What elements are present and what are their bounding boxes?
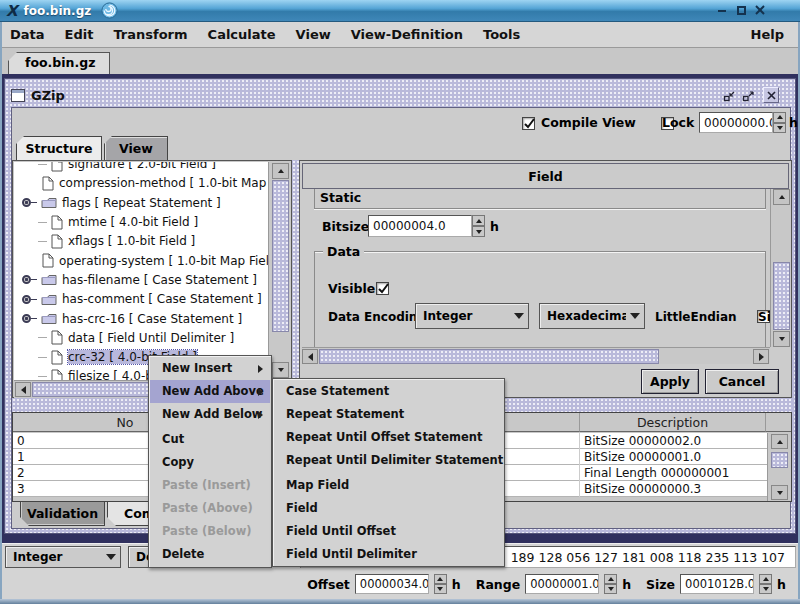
bitsize-unit: h bbox=[490, 219, 499, 234]
field-vertical-scrollbar[interactable] bbox=[770, 189, 791, 347]
scroll-down-icon[interactable] bbox=[771, 485, 788, 500]
tab-structure[interactable]: Structure bbox=[16, 136, 102, 160]
menu-item-field[interactable]: Field bbox=[274, 497, 503, 520]
lock-unit: h bbox=[789, 115, 798, 130]
offset-spinner[interactable] bbox=[434, 574, 447, 594]
lock-spinner[interactable] bbox=[773, 112, 786, 133]
inspector-type-combobox[interactable]: Integer bbox=[5, 546, 121, 568]
tree-item-signature[interactable]: signature [ 2.0-bit Field ] bbox=[14, 162, 268, 174]
menu-item-new-add-above[interactable]: New Add Above bbox=[150, 380, 270, 403]
menu-item-repeat-statement[interactable]: Repeat Statement bbox=[274, 403, 503, 426]
tab-view[interactable]: View bbox=[104, 136, 168, 160]
menu-item-new-add-below[interactable]: New Add Below bbox=[150, 403, 270, 426]
compile-view-checkbox[interactable] bbox=[522, 117, 535, 130]
tree-item-has-comment[interactable]: has-comment [ Case Statement ] bbox=[14, 290, 268, 309]
field-horizontal-scrollbar[interactable] bbox=[302, 347, 770, 364]
apply-button[interactable]: Apply bbox=[641, 369, 699, 394]
menu-view[interactable]: View bbox=[286, 27, 341, 42]
encoding-base-combobox[interactable]: Hexadecimal bbox=[539, 303, 645, 329]
scroll-down-icon[interactable] bbox=[773, 331, 790, 347]
offset-field[interactable]: 00000034.0 bbox=[355, 574, 429, 594]
scrollbar-thumb[interactable] bbox=[771, 452, 788, 468]
tree-item-xflags[interactable]: xflags [ 1.0-bit Field ] bbox=[14, 232, 268, 251]
size-spinner[interactable] bbox=[759, 574, 772, 594]
tree-item-data[interactable]: data [ Field Until Delimiter ] bbox=[14, 328, 268, 347]
menu-transform[interactable]: Transform bbox=[103, 27, 197, 42]
menu-data[interactable]: Data bbox=[0, 27, 55, 42]
visible-checkbox[interactable] bbox=[376, 282, 389, 295]
scroll-up-icon[interactable] bbox=[272, 163, 289, 179]
menu-edit[interactable]: Edit bbox=[55, 27, 104, 42]
tree-expander-icon[interactable] bbox=[22, 314, 31, 323]
split-divider[interactable] bbox=[292, 160, 299, 398]
range-field[interactable]: 00000001.0 bbox=[525, 574, 599, 594]
range-spinner[interactable] bbox=[604, 574, 617, 594]
tree-item-has-crc-16[interactable]: has-crc-16 [ Case Statement ] bbox=[14, 309, 268, 328]
menu-view-definition[interactable]: View-Definition bbox=[341, 27, 473, 42]
bitsize-field[interactable]: 00000004.0 bbox=[368, 215, 472, 237]
menu-item-field-until-delimiter[interactable]: Field Until Delimiter bbox=[274, 543, 503, 566]
scroll-up-icon[interactable] bbox=[773, 189, 790, 205]
scroll-right-icon[interactable] bbox=[753, 349, 769, 364]
document-tab[interactable]: foo.bin.gz bbox=[8, 52, 110, 74]
tree-expander-icon[interactable] bbox=[22, 198, 31, 207]
menu-item-map-field[interactable]: Map Field bbox=[274, 474, 503, 497]
scrollbar-thumb[interactable] bbox=[773, 262, 790, 330]
tree-item-mtime[interactable]: mtime [ 4.0-bit Field ] bbox=[14, 212, 268, 231]
scroll-down-icon[interactable] bbox=[272, 362, 289, 378]
scrollbar-thumb[interactable] bbox=[319, 349, 659, 364]
lock-value-field[interactable]: 00000000.0 bbox=[699, 112, 773, 133]
close-icon[interactable] bbox=[752, 2, 768, 18]
file-icon bbox=[42, 253, 54, 268]
submenu-arrow-icon bbox=[258, 411, 263, 419]
menu-item-case-statement[interactable]: Case Statement bbox=[274, 380, 503, 403]
file-icon bbox=[51, 215, 63, 230]
file-icon bbox=[51, 369, 63, 380]
file-icon bbox=[42, 176, 54, 191]
tab-validation[interactable]: Validation bbox=[20, 502, 105, 526]
tree-expander-icon[interactable] bbox=[22, 295, 31, 304]
file-icon bbox=[51, 330, 63, 345]
table-vertical-scrollbar[interactable] bbox=[767, 433, 791, 501]
encoding-type-combobox[interactable]: Integer bbox=[415, 303, 529, 329]
field-editor-title: Field bbox=[302, 163, 789, 189]
scrollbar-thumb[interactable] bbox=[272, 180, 289, 332]
bitsize-spinner[interactable] bbox=[472, 215, 485, 237]
tree-item-operating-system[interactable]: operating-system [ 1.0-bit Map Field ] bbox=[14, 251, 268, 270]
tree-item-compression-method[interactable]: compression-method [ 1.0-bit Map Field ] bbox=[14, 174, 268, 193]
menu-tools[interactable]: Tools bbox=[473, 27, 530, 42]
gzip-iconify-icon[interactable] bbox=[721, 87, 737, 103]
structure-tree: signature [ 2.0-bit Field ] compression-… bbox=[14, 162, 268, 380]
maximize-icon[interactable] bbox=[733, 2, 749, 18]
tree-item-flags[interactable]: flags [ Repeat Statement ] bbox=[14, 193, 268, 212]
range-label: Range bbox=[476, 577, 520, 592]
menu-help[interactable]: Help bbox=[741, 27, 794, 42]
minimize-icon[interactable] bbox=[714, 2, 730, 18]
scroll-up-icon[interactable] bbox=[771, 434, 788, 449]
menu-item-cut[interactable]: Cut bbox=[150, 428, 270, 451]
tree-expander-icon[interactable] bbox=[22, 275, 31, 284]
scroll-left-icon[interactable] bbox=[302, 349, 318, 364]
context-menu: New Insert New Add Above New Add Below C… bbox=[148, 355, 272, 568]
menu-item-field-until-offset[interactable]: Field Until Offset bbox=[274, 520, 503, 543]
gzip-close-icon[interactable] bbox=[763, 87, 779, 103]
submenu-arrow-icon bbox=[258, 388, 263, 396]
tree-item-has-filename[interactable]: has-filename [ Case Statement ] bbox=[14, 270, 268, 289]
column-header-description[interactable]: Description bbox=[580, 413, 766, 432]
folder-icon bbox=[41, 273, 57, 286]
menu-item-new-insert[interactable]: New Insert bbox=[150, 357, 270, 380]
menu-item-repeat-until-delimiter[interactable]: Repeat Until Delimiter Statement bbox=[274, 449, 503, 472]
menu-item-repeat-until-offset[interactable]: Repeat Until Offset Statement bbox=[274, 426, 503, 449]
tree-vertical-scrollbar[interactable] bbox=[268, 162, 291, 380]
x11-logo-icon: X bbox=[6, 2, 18, 20]
folder-icon bbox=[41, 293, 57, 306]
scroll-left-icon[interactable] bbox=[15, 382, 31, 397]
size-field[interactable]: 0001012B.0 bbox=[680, 574, 754, 594]
window-titlebar[interactable]: X foo.bin.gz bbox=[0, 0, 800, 22]
menu-calculate[interactable]: Calculate bbox=[198, 27, 286, 42]
menu-item-delete[interactable]: Delete bbox=[150, 543, 270, 566]
menu-item-copy[interactable]: Copy bbox=[150, 451, 270, 474]
gzip-titlebar[interactable]: GZip bbox=[11, 84, 789, 107]
gzip-maximize-icon[interactable] bbox=[740, 87, 756, 103]
cancel-button[interactable]: Cancel bbox=[705, 369, 779, 394]
